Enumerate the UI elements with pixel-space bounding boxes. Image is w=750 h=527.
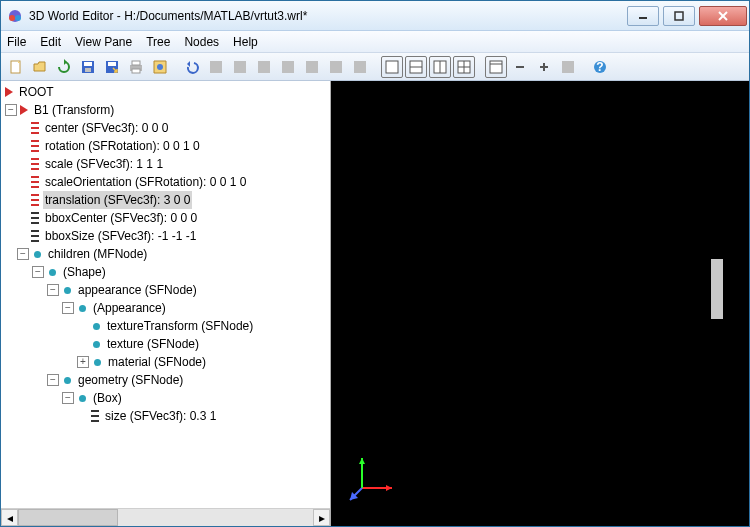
layout-2v-icon[interactable] bbox=[429, 56, 451, 78]
tree-geometry[interactable]: −geometry (SFNode) bbox=[5, 371, 330, 389]
collapse-icon[interactable]: − bbox=[47, 374, 59, 386]
tree-pane: ROOT −B1 (Transform) center (SFVec3f): 0… bbox=[1, 81, 331, 526]
field-icon bbox=[31, 212, 39, 224]
svg-rect-21 bbox=[306, 61, 318, 73]
field-icon bbox=[31, 158, 39, 170]
tree-bboxcenter[interactable]: bboxCenter (SFVec3f): 0 0 0 bbox=[5, 209, 330, 227]
save-icon[interactable] bbox=[77, 56, 99, 78]
scroll-track[interactable] bbox=[18, 509, 313, 526]
world-icon[interactable] bbox=[149, 56, 171, 78]
field-icon bbox=[31, 176, 39, 188]
disabled-2 bbox=[229, 56, 251, 78]
menu-viewpane[interactable]: View Pane bbox=[75, 35, 132, 49]
disabled-6 bbox=[325, 56, 347, 78]
svg-point-1 bbox=[9, 15, 15, 21]
collapse-icon[interactable]: − bbox=[47, 284, 59, 296]
svg-rect-15 bbox=[132, 69, 140, 73]
svg-rect-24 bbox=[386, 61, 398, 73]
svg-point-2 bbox=[15, 15, 21, 21]
collapse-icon[interactable]: − bbox=[17, 248, 29, 260]
tree-texture[interactable]: texture (SFNode) bbox=[5, 335, 330, 353]
collapse-icon[interactable]: − bbox=[32, 266, 44, 278]
collapse-icon[interactable]: − bbox=[62, 392, 74, 404]
scene-tree[interactable]: ROOT −B1 (Transform) center (SFVec3f): 0… bbox=[1, 81, 330, 508]
node-icon bbox=[20, 105, 28, 115]
tree-bboxsize[interactable]: bboxSize (SFVec3f): -1 -1 -1 bbox=[5, 227, 330, 245]
menu-tree[interactable]: Tree bbox=[146, 35, 170, 49]
scroll-right-icon[interactable]: ▸ bbox=[313, 509, 330, 526]
tree-box[interactable]: −(Box) bbox=[5, 389, 330, 407]
maximize-button[interactable] bbox=[663, 6, 695, 26]
content-area: ROOT −B1 (Transform) center (SFVec3f): 0… bbox=[1, 81, 749, 526]
open-icon[interactable] bbox=[29, 56, 51, 78]
saveas-icon[interactable] bbox=[101, 56, 123, 78]
dot-icon bbox=[79, 305, 86, 312]
svg-rect-32 bbox=[490, 61, 502, 73]
svg-rect-23 bbox=[354, 61, 366, 73]
help-icon[interactable]: ? bbox=[589, 56, 611, 78]
dot-icon bbox=[93, 323, 100, 330]
scroll-left-icon[interactable]: ◂ bbox=[1, 509, 18, 526]
dot-icon bbox=[93, 341, 100, 348]
new-icon[interactable] bbox=[5, 56, 27, 78]
layout-4-icon[interactable] bbox=[453, 56, 475, 78]
expand-icon[interactable]: + bbox=[77, 356, 89, 368]
field-icon bbox=[31, 140, 39, 152]
selected-layout-icon[interactable] bbox=[485, 56, 507, 78]
menu-nodes[interactable]: Nodes bbox=[184, 35, 219, 49]
tree-center[interactable]: center (SFVec3f): 0 0 0 bbox=[5, 119, 330, 137]
app-window: 3D World Editor - H:/Documents/MATLAB/vr… bbox=[0, 0, 750, 527]
tree-b1[interactable]: −B1 (Transform) bbox=[5, 101, 330, 119]
menu-edit[interactable]: Edit bbox=[40, 35, 61, 49]
svg-rect-4 bbox=[675, 12, 683, 20]
svg-rect-9 bbox=[84, 62, 92, 66]
svg-rect-20 bbox=[282, 61, 294, 73]
disabled-3 bbox=[253, 56, 275, 78]
disabled-7 bbox=[349, 56, 371, 78]
scroll-thumb[interactable] bbox=[18, 509, 118, 526]
undo-icon[interactable] bbox=[181, 56, 203, 78]
menu-help[interactable]: Help bbox=[233, 35, 258, 49]
tree-rotation[interactable]: rotation (SFRotation): 0 0 1 0 bbox=[5, 137, 330, 155]
close-button[interactable] bbox=[699, 6, 747, 26]
tree-shape[interactable]: −(Shape) bbox=[5, 263, 330, 281]
h-scrollbar[interactable]: ◂ ▸ bbox=[1, 508, 330, 526]
titlebar[interactable]: 3D World Editor - H:/Documents/MATLAB/vr… bbox=[1, 1, 749, 31]
print-icon[interactable] bbox=[125, 56, 147, 78]
svg-rect-37 bbox=[562, 61, 574, 73]
tree-size[interactable]: size (SFVec3f): 0.3 1 bbox=[5, 407, 330, 425]
tree-scaleorient[interactable]: scaleOrientation (SFRotation): 0 0 1 0 bbox=[5, 173, 330, 191]
field-icon bbox=[31, 194, 39, 206]
toolbar: ? bbox=[1, 53, 749, 81]
tree-appearance-node[interactable]: −appearance (SFNode) bbox=[5, 281, 330, 299]
menu-file[interactable]: File bbox=[7, 35, 26, 49]
menubar: File Edit View Pane Tree Nodes Help bbox=[1, 31, 749, 53]
minimize-button[interactable] bbox=[627, 6, 659, 26]
tree-material[interactable]: +material (SFNode) bbox=[5, 353, 330, 371]
layout-1-icon[interactable] bbox=[381, 56, 403, 78]
minus-icon[interactable] bbox=[509, 56, 531, 78]
tree-children[interactable]: −children (MFNode) bbox=[5, 245, 330, 263]
disabled-4 bbox=[277, 56, 299, 78]
reload-icon[interactable] bbox=[53, 56, 75, 78]
dot-icon bbox=[79, 395, 86, 402]
node-icon bbox=[5, 87, 13, 97]
tree-scale[interactable]: scale (SFVec3f): 1 1 1 bbox=[5, 155, 330, 173]
svg-point-16 bbox=[157, 64, 163, 70]
dot-icon bbox=[94, 359, 101, 366]
viewport-3d[interactable] bbox=[331, 81, 749, 526]
collapse-icon[interactable]: − bbox=[5, 104, 17, 116]
tree-root[interactable]: ROOT bbox=[5, 83, 330, 101]
field-icon bbox=[91, 410, 99, 422]
disabled-5 bbox=[301, 56, 323, 78]
tree-appearance[interactable]: −(Appearance) bbox=[5, 299, 330, 317]
layout-2h-icon[interactable] bbox=[405, 56, 427, 78]
tree-translation[interactable]: translation (SFVec3f): 3 0 0 bbox=[5, 191, 330, 209]
svg-rect-19 bbox=[258, 61, 270, 73]
plus-icon[interactable] bbox=[533, 56, 555, 78]
dot-icon bbox=[64, 377, 71, 384]
svg-rect-18 bbox=[234, 61, 246, 73]
tree-texturetransform[interactable]: textureTransform (SFNode) bbox=[5, 317, 330, 335]
dot-icon bbox=[64, 287, 71, 294]
collapse-icon[interactable]: − bbox=[62, 302, 74, 314]
